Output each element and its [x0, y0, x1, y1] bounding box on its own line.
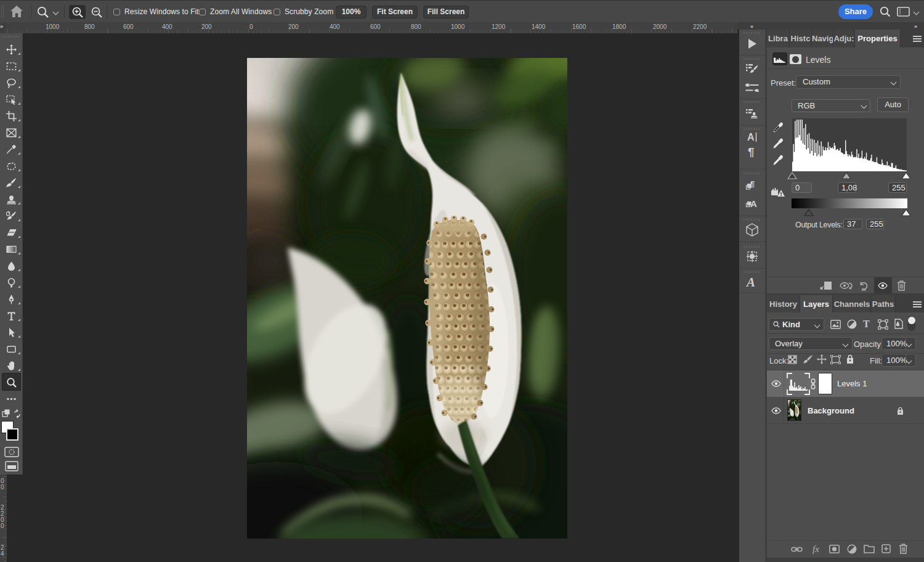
- svg-text:¶: ¶: [748, 145, 755, 158]
- svg-text:A: A: [745, 275, 755, 290]
- svg-text:A: A: [747, 132, 755, 142]
- svg-text:A: A: [750, 198, 757, 209]
